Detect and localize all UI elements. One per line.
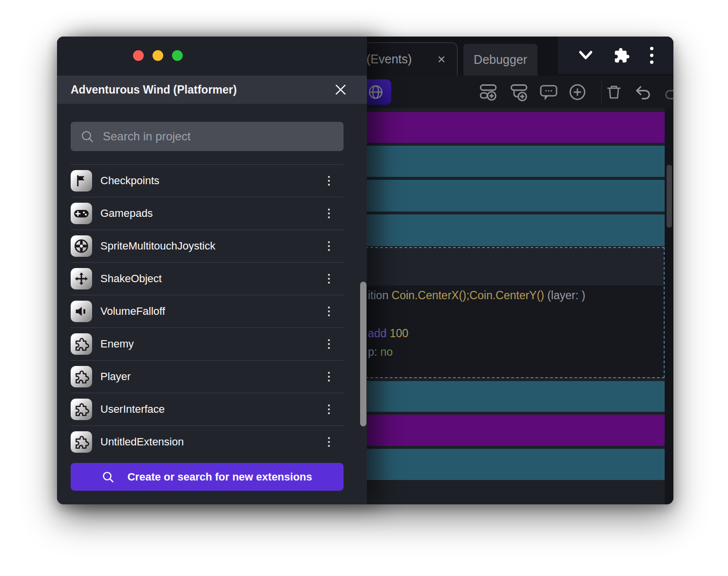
tab-debugger[interactable]: Debugger [463,44,537,76]
window-controls-section [558,37,673,74]
add-more-button[interactable] [568,82,587,102]
events-scrollbar-thumb[interactable] [667,165,672,228]
action-flag-label: p: [368,346,381,358]
item-menu-kebab-icon[interactable] [325,271,333,287]
list-item-checkpoints[interactable]: Checkpoints [71,164,344,197]
action-flag-value: no [381,346,393,358]
list-item-label: Player [100,370,131,383]
action-value: 100 [390,327,408,340]
list-item-gamepads[interactable]: Gamepads [71,197,344,230]
speaker-icon [71,301,92,322]
dialog-titlebar [57,37,367,76]
item-menu-kebab-icon[interactable] [325,238,333,254]
item-menu-kebab-icon[interactable] [325,369,333,384]
item-menu-kebab-icon[interactable] [325,173,333,189]
close-dialog-icon[interactable] [335,84,346,96]
toolbar-separator [601,80,602,103]
add-comment-button[interactable] [539,82,558,102]
create-extension-label: Create or search for new extensions [127,471,312,483]
item-menu-kebab-icon[interactable] [325,434,333,450]
action-layer-suffix: (layer: ) [544,289,585,302]
undo-button[interactable] [633,82,653,102]
event-row-purple[interactable] [361,415,665,446]
item-menu-kebab-icon[interactable] [325,304,333,319]
list-item-label: ShakeObject [100,272,162,285]
redo-button[interactable] [662,82,673,102]
traffic-light-zoom-button[interactable] [172,50,183,61]
item-menu-kebab-icon[interactable] [325,402,333,417]
action-text: ition [368,289,392,302]
search-input[interactable] [102,129,344,144]
add-event-button[interactable] [479,82,499,102]
event-row-teal[interactable] [361,180,665,211]
action-expression: Coin.CenterX();Coin.CenterY() [392,289,544,302]
tab-events-label: (Events) [366,52,412,66]
traffic-light-close-button[interactable] [133,50,144,61]
gamepad-icon [71,203,92,224]
list-item-player[interactable]: Player [71,360,344,393]
joystick-icon [71,235,92,257]
search-icon [80,130,94,143]
list-item-label: Checkpoints [100,174,159,187]
list-item-enemy[interactable]: Enemy [71,327,344,360]
tab-debugger-label: Debugger [474,53,527,67]
puzzle-icon [71,333,92,355]
project-manager-dialog: Adventurous Wind (Platformer) Checkpoint… [57,37,367,504]
puzzle-icon [71,431,92,453]
chevron-down-icon[interactable] [578,50,594,61]
tab-events[interactable]: (Events) × [354,42,458,76]
list-item-volumefalloff[interactable]: VolumeFalloff [71,295,344,327]
traffic-light-minimize-button[interactable] [153,50,163,61]
add-subevent-button[interactable] [510,82,530,102]
event-row-teal[interactable] [361,381,665,412]
selected-event[interactable]: ition Coin.CenterX();Coin.CenterY() (lay… [361,247,665,378]
puzzle-icon [71,399,92,420]
list-item-label: SpriteMultitouchJoystick [100,240,215,252]
list-item-spritemultitouchjoystick[interactable]: SpriteMultitouchJoystick [71,230,344,262]
list-item-shakeobject[interactable]: ShakeObject [71,262,344,295]
dialog-title: Adventurous Wind (Platformer) [71,83,237,96]
window-menu-kebab-icon[interactable] [650,47,653,64]
puzzle-icon [71,366,92,387]
list-item-untitledextension[interactable]: UntitledExtension [71,425,344,458]
list-item-label: Gamepads [100,207,153,220]
list-item-userinterface[interactable]: UserInterface [71,393,344,425]
event-row-purple[interactable] [361,112,665,143]
event-row-teal[interactable] [361,146,665,177]
create-extension-button[interactable]: Create or search for new extensions [71,463,344,491]
extensions-puzzle-icon[interactable] [613,47,630,64]
selected-event-condition-block[interactable] [362,248,664,286]
event-row-teal[interactable] [361,214,665,246]
delete-button[interactable] [605,83,623,101]
action-line-position[interactable]: ition Coin.CenterX();Coin.CenterY() (lay… [368,289,661,302]
search-icon [102,471,115,483]
dialog-scrollbar-thumb[interactable] [360,282,366,426]
list-item-label: Enemy [100,338,134,350]
globe-icon [367,84,384,100]
item-menu-kebab-icon[interactable] [325,336,333,352]
list-item-label: VolumeFalloff [100,305,165,318]
dialog-header: Adventurous Wind (Platformer) [57,76,367,104]
event-row-teal[interactable] [361,449,665,480]
move-icon [71,268,92,289]
action-keyword: add [368,327,390,340]
action-line-flag[interactable]: p: no [368,346,661,359]
flag-icon [71,170,92,192]
tab-close-icon[interactable]: × [438,53,445,66]
extension-list: Checkpoints Gamepads SpriteMultitouchJoy… [71,164,344,458]
project-search-field[interactable] [71,122,344,151]
item-menu-kebab-icon[interactable] [325,206,333,221]
list-item-label: UntitledExtension [100,436,184,448]
list-item-label: UserInterface [100,403,165,416]
action-line-add[interactable]: add 100 [368,327,661,340]
